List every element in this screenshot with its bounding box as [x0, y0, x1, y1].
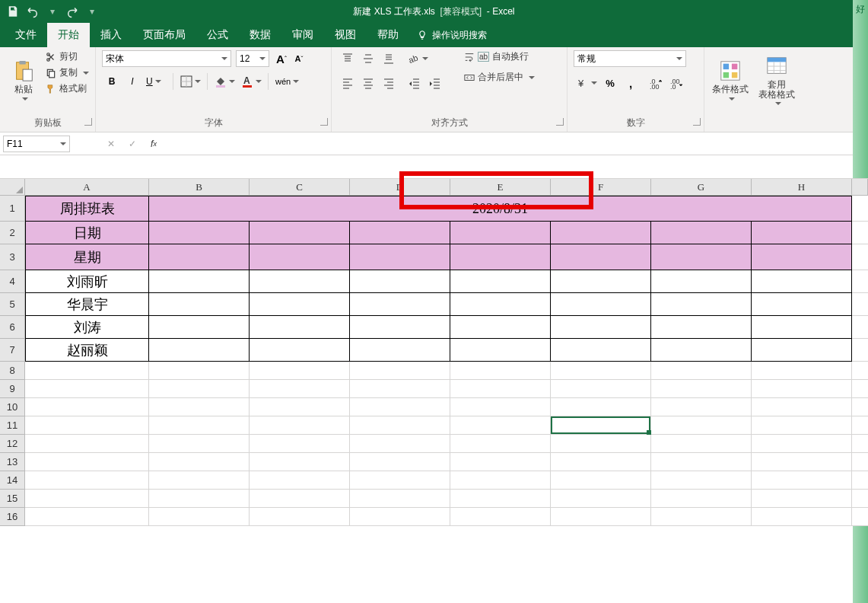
cell[interactable]	[752, 339, 852, 362]
cell[interactable]	[250, 490, 350, 508]
align-center-button[interactable]	[358, 75, 378, 91]
undo-icon[interactable]	[26, 5, 40, 18]
cell[interactable]	[651, 490, 752, 508]
row-header[interactable]: 13	[0, 453, 25, 471]
wrap-text-button[interactable]: ab 自动换行	[464, 50, 535, 63]
cell[interactable]	[651, 416, 752, 435]
cell[interactable]	[450, 244, 551, 270]
dialog-launcher-icon[interactable]	[556, 118, 564, 126]
tab-file[interactable]: 文件	[5, 23, 47, 47]
tab-data[interactable]: 数据	[239, 23, 281, 47]
shrink-font-button[interactable]: Aˇ	[291, 50, 307, 67]
number-format-combo[interactable]: 常规	[574, 50, 686, 67]
cell[interactable]	[149, 398, 250, 416]
cell[interactable]	[450, 471, 551, 490]
paste-button[interactable]: 粘贴	[6, 50, 41, 110]
cell[interactable]	[250, 380, 350, 398]
tab-review[interactable]: 审阅	[281, 23, 324, 47]
cell[interactable]	[752, 293, 852, 316]
conditional-format-button[interactable]: 条件格式	[711, 50, 750, 110]
format-as-table-button[interactable]: 套用 表格格式	[755, 50, 799, 110]
italic-button[interactable]: I	[122, 73, 142, 90]
cell[interactable]: 赵丽颖	[25, 339, 149, 362]
cell[interactable]	[149, 435, 250, 453]
underline-button[interactable]: U	[143, 73, 169, 90]
cell[interactable]: 星期	[25, 244, 149, 270]
cell[interactable]	[752, 270, 852, 293]
cell[interactable]	[350, 316, 450, 339]
cell[interactable]	[551, 398, 651, 416]
cell[interactable]	[551, 362, 651, 380]
cell[interactable]	[250, 435, 350, 453]
cell[interactable]	[149, 244, 250, 270]
cell[interactable]	[551, 453, 651, 471]
cell[interactable]	[350, 508, 450, 526]
enter-formula-button[interactable]: ✓	[122, 136, 143, 152]
merge-center-button[interactable]: 合并后居中	[464, 71, 535, 84]
cell[interactable]	[25, 362, 149, 380]
cell[interactable]	[450, 453, 551, 471]
qat-customize-icon[interactable]: ▾	[85, 5, 99, 18]
cell[interactable]	[450, 398, 551, 416]
cell[interactable]	[350, 244, 450, 270]
cell[interactable]	[752, 435, 852, 453]
cell[interactable]	[350, 490, 450, 508]
cell[interactable]	[651, 316, 752, 339]
row-header[interactable]: 12	[0, 435, 25, 453]
cell[interactable]	[450, 380, 551, 398]
cell[interactable]	[752, 398, 852, 416]
cell[interactable]	[25, 435, 149, 453]
cell[interactable]	[149, 508, 250, 526]
undo-more-icon[interactable]: ▾	[46, 5, 59, 18]
cell[interactable]: 刘涛	[25, 316, 149, 339]
cell[interactable]	[149, 362, 250, 380]
column-header[interactable]: B	[149, 179, 250, 196]
save-icon[interactable]	[6, 5, 20, 18]
cell[interactable]	[651, 362, 752, 380]
cell[interactable]	[350, 270, 450, 293]
cell[interactable]	[25, 416, 149, 435]
cell[interactable]	[149, 490, 250, 508]
font-size-combo[interactable]: 12	[236, 50, 269, 67]
cell[interactable]	[450, 293, 551, 316]
cell[interactable]	[250, 508, 350, 526]
row-header[interactable]: 6	[0, 316, 25, 339]
row-header[interactable]: 10	[0, 398, 25, 416]
cell[interactable]	[551, 380, 651, 398]
cell[interactable]	[250, 222, 350, 244]
cell[interactable]	[752, 316, 852, 339]
row-header[interactable]: 5	[0, 293, 25, 316]
cell[interactable]	[250, 293, 350, 316]
cell[interactable]	[551, 222, 651, 244]
cell[interactable]	[450, 362, 551, 380]
name-box[interactable]: F11	[3, 136, 70, 152]
align-top-button[interactable]	[338, 50, 358, 67]
cell[interactable]	[250, 339, 350, 362]
cell[interactable]	[651, 244, 752, 270]
cell[interactable]	[651, 453, 752, 471]
cell[interactable]	[149, 316, 250, 339]
row-header[interactable]: 3	[0, 244, 25, 270]
column-header[interactable]: D	[350, 179, 450, 196]
cell[interactable]	[149, 339, 250, 362]
cell[interactable]	[450, 339, 551, 362]
cell-merged[interactable]: 2020/8/31	[149, 196, 852, 222]
cell[interactable]	[551, 316, 651, 339]
copy-button[interactable]: 复制	[46, 66, 89, 79]
column-header[interactable]: F	[551, 179, 651, 196]
row-header[interactable]: 14	[0, 471, 25, 490]
row-header[interactable]: 15	[0, 490, 25, 508]
cell[interactable]	[752, 380, 852, 398]
redo-icon[interactable]	[65, 5, 79, 18]
cell[interactable]	[149, 471, 250, 490]
fill-color-button[interactable]	[211, 73, 237, 90]
cell[interactable]	[250, 471, 350, 490]
row-header[interactable]: 9	[0, 380, 25, 398]
borders-button[interactable]	[177, 73, 203, 90]
cell[interactable]	[25, 380, 149, 398]
cell[interactable]	[752, 508, 852, 526]
font-name-combo[interactable]: 宋体	[102, 50, 231, 67]
cell[interactable]	[551, 293, 651, 316]
cell[interactable]	[350, 339, 450, 362]
cell[interactable]	[149, 380, 250, 398]
